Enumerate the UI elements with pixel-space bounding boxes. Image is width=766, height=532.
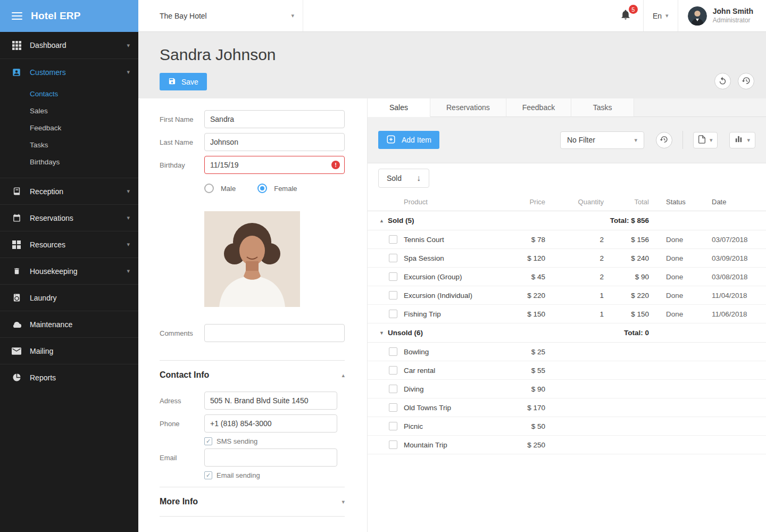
contact-info-header[interactable]: Contact Info ▴ [160,370,345,380]
column-header-product[interactable]: Product [404,198,495,206]
row-checkbox[interactable] [389,440,397,449]
table-row[interactable]: Excursion (Individual)$ 2201$ 220Done11/… [368,286,766,305]
more-info-header[interactable]: More Info ▾ [160,497,345,506]
group-row-unsold-6-[interactable]: ▼Unsold (6)Total: 0 [368,323,766,343]
tab-sales[interactable]: Sales [368,98,430,117]
topbar-right: 5 En ▾ John Smith Administrator [608,0,766,31]
reception-icon [12,187,21,196]
comments-field: Comments [160,324,345,342]
sidebar-subitem-tasks[interactable]: Tasks [0,136,138,153]
head-actions [714,73,754,89]
sidebar-item-maintenance[interactable]: Maintenance [0,311,138,337]
language-selector[interactable]: En ▾ [643,0,678,31]
table-row[interactable]: Diving$ 90 [368,380,766,398]
product-cell: Tennis Court [404,236,495,244]
table-row[interactable]: Excursion (Group)$ 452$ 90Done03/08/2018 [368,268,766,286]
history-button-toolbar[interactable] [656,132,672,148]
table-row[interactable]: Fishing Trip$ 1501$ 150Done11/06/2018 [368,305,766,323]
sidebar-item-laundry[interactable]: Laundry [0,284,138,311]
sms-sending-label: SMS sending [217,437,257,445]
email-checkbox[interactable]: ✓ [204,471,212,479]
sidebar-item-reports[interactable]: Reports [0,364,138,390]
gender-female-radio[interactable]: Female [257,184,297,193]
save-button[interactable]: Save [160,73,207,90]
column-header-price[interactable]: Price [495,198,545,206]
table-row[interactable]: Tennis Court$ 782$ 156Done03/07/2018 [368,230,766,249]
product-cell: Car rental [404,367,495,375]
chart-dropdown[interactable]: ▾ [729,132,755,148]
sidebar-subitem-birthdays[interactable]: Birthdays [0,153,138,170]
birthday-input[interactable] [204,156,345,174]
table-row[interactable]: Picnic$ 50 [368,417,766,436]
user-name: John Smith [713,7,753,16]
column-header-quantity[interactable]: Quantity [545,198,604,206]
group-row-sold-5-[interactable]: ▲Sold (5)Total: $ 856 [368,211,766,230]
tab-feedback[interactable]: Feedback [506,98,571,117]
table-row[interactable]: Car rental$ 55 [368,361,766,380]
phone-input[interactable] [204,414,337,433]
sidebar-subitem-contacts[interactable]: Contacts [0,85,138,102]
sidebar-item-mailing[interactable]: Mailing [0,337,138,364]
row-checkbox[interactable] [389,254,397,262]
arrow-down-icon: ↓ [417,173,421,183]
export-file-dropdown[interactable]: ▾ [693,132,718,148]
chevron-down-icon: ▾ [127,214,130,221]
user-menu[interactable]: John Smith Administrator [678,0,766,31]
notifications-button[interactable]: 5 [608,0,643,31]
sidebar-item-dashboard[interactable]: Dashboard▾ [0,32,138,59]
table-row[interactable]: Spa Session$ 1202$ 240Done03/09/2018 [368,249,766,268]
sidebar-item-customers[interactable]: Customers▾ [0,59,138,85]
maintenance-icon [12,321,21,328]
row-checkbox[interactable] [389,272,397,281]
tab-tasks[interactable]: Tasks [571,98,634,117]
sales-toolbar: Add Item No Filter ▾ ▾ [368,117,766,163]
history-icon [660,135,668,145]
add-item-button[interactable]: Add Item [378,131,439,149]
column-header-date[interactable]: Date [697,198,755,206]
sidebar-subitem-feedback[interactable]: Feedback [0,119,138,136]
sidebar-subitem-sales[interactable]: Sales [0,102,138,119]
history-button[interactable] [738,73,754,89]
row-checkbox[interactable] [389,422,397,430]
group-collapse-icon[interactable]: ▲ [379,218,388,223]
column-header-total[interactable]: Total [604,198,649,206]
email-input[interactable] [204,448,337,467]
chevron-down-icon: ▾ [665,12,669,19]
row-checkbox[interactable] [389,347,397,356]
contact-info-section: Contact Info ▴ Adress Phone [160,360,345,479]
gender-male-radio[interactable]: Male [204,184,236,193]
row-checkbox[interactable] [389,385,397,393]
table-row[interactable]: Bowling$ 25 [368,343,766,361]
sidebar-item-reservations[interactable]: Reservations▾ [0,204,138,231]
filter-select[interactable]: No Filter ▾ [560,131,644,149]
comments-input[interactable] [204,324,345,342]
menu-icon[interactable] [12,12,22,20]
row-checkbox[interactable] [389,291,397,300]
language-value: En [653,12,662,20]
row-checkbox[interactable] [389,403,397,412]
gender-male-label: Male [221,185,236,193]
last-name-input[interactable] [204,133,345,151]
column-header-status[interactable]: Status [649,198,697,206]
status-cell: Done [649,236,697,244]
housekeeping-icon [12,267,21,276]
sort-button[interactable]: Sold ↓ [378,169,429,188]
sms-checkbox[interactable]: ✓ [204,437,212,445]
group-expand-icon[interactable]: ▼ [379,330,388,336]
table-row[interactable]: Old Towns Trip$ 170 [368,398,766,417]
tab-reservations[interactable]: Reservations [430,98,506,117]
sidebar-item-housekeeping[interactable]: Housekeeping▾ [0,257,138,284]
sidebar-item-reception[interactable]: Reception▾ [0,178,138,204]
refresh-button[interactable] [714,73,731,89]
page-title: Sandra Johnson [160,46,766,64]
row-checkbox[interactable] [389,366,397,375]
row-checkbox[interactable] [389,310,397,318]
sidebar-item-resources[interactable]: Resources▾ [0,231,138,257]
row-checkbox[interactable] [389,235,397,244]
address-input[interactable] [204,392,337,410]
check-icon: ✓ [206,438,211,445]
hotel-selector[interactable]: The Bay Hotel ▾ [138,0,303,31]
table-row[interactable]: Mountain Trip$ 250 [368,436,766,454]
group-total: Total: $ 856 [610,217,649,225]
first-name-input[interactable] [204,110,345,128]
